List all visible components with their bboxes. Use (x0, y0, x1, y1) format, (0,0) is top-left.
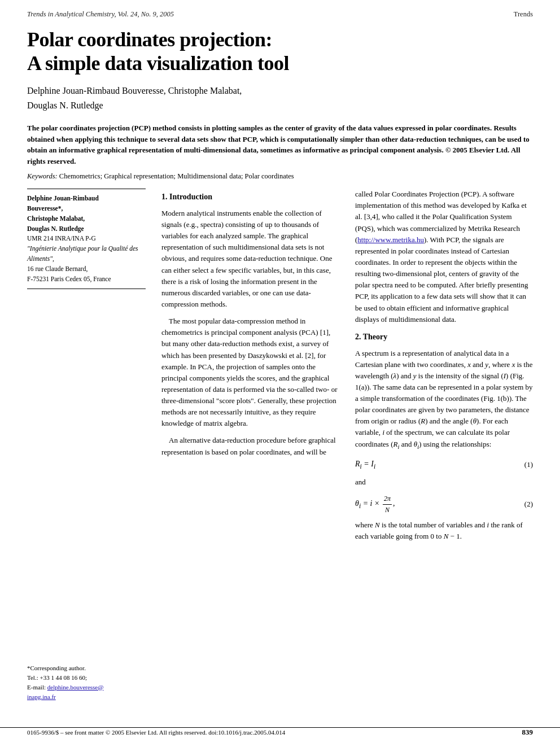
header-journal: Trends in Analytical Chemistry, Vol. 24,… (27, 10, 174, 19)
authors: Delphine Jouan-Rimbaud Bouveresse, Chris… (27, 84, 533, 112)
article-title: Polar coordinates projection:A simple da… (27, 28, 533, 76)
left-sidebar: Delphine Jouan-Rimbaud Bouveresse*, Chri… (27, 189, 146, 548)
sidebar-authors-box: Delphine Jouan-Rimbaud Bouveresse*, Chri… (27, 189, 146, 289)
abstract: The polar coordinates projection (PCP) m… (27, 123, 533, 167)
header-section: Trends (514, 10, 533, 19)
sidebar-dept: "Ingénierie Analytique pour la Qualité d… (27, 244, 146, 264)
intro-para-1: Modern analytical instruments enable the… (161, 208, 339, 310)
footnote-star: *Corresponding author. (27, 663, 137, 673)
sidebar-footnote: *Corresponding author. Tel.: +33 1 44 08… (27, 663, 137, 702)
sidebar-city: F-75231 Paris Cedex 05, France (27, 274, 146, 285)
theory-para-2: where N is the total number of variables… (355, 519, 533, 542)
footer-copyright: 0165-9936/$ – see front matter © 2005 El… (27, 729, 285, 736)
and-word-2: and (475, 521, 485, 529)
title-block: Polar coordinates projection:A simple da… (27, 28, 533, 112)
formula-1-number: (1) (516, 459, 533, 470)
footer-page-number: 839 (522, 728, 533, 737)
sidebar-name3: Douglas N. Rutledge (27, 224, 146, 234)
metrika-link[interactable]: http://www.metrika.hu (357, 235, 424, 244)
fraction-2pi-N: 2π N (383, 493, 392, 515)
footnote-tel: Tel.: +33 1 44 08 16 60; (27, 673, 137, 683)
sidebar-institution: UMR 214 INRA/INA P-G (27, 234, 146, 244)
intro-para-3: An alternative data-reduction procedure … (161, 435, 339, 457)
right-intro-cont: called Polar Coordinates Projection (PCP… (355, 189, 533, 325)
page-header: Trends in Analytical Chemistry, Vol. 24,… (0, 0, 560, 22)
formula-2-eq: θi = i × 2π N , (355, 493, 516, 515)
article-col-left: 1. Introduction Modern analytical instru… (161, 189, 339, 548)
theory-title: 2. Theory (355, 331, 533, 343)
article-col-right: called Polar Coordinates Projection (PCP… (355, 189, 533, 548)
sidebar-name1: Delphine Jouan-Rimbaud Bouveresse*, (27, 194, 146, 214)
intro-para-2: The most popular data-compression method… (161, 316, 339, 429)
formula-2-number: (2) (516, 499, 533, 510)
keywords-label: Keywords: (27, 172, 58, 180)
main-content: Polar coordinates projection:A simple da… (0, 22, 560, 548)
formula-2-block: θi = i × 2π N , (2) (355, 493, 533, 515)
and-text: and (355, 477, 533, 488)
page: Trends in Analytical Chemistry, Vol. 24,… (0, 0, 560, 747)
footnote-email: E-mail: delphine.bouveresse@inapg.ina.fr (27, 683, 137, 702)
page-footer: 0165-9936/$ – see front matter © 2005 El… (0, 727, 560, 737)
keywords: Keywords: Chemometrics; Graphical repres… (27, 172, 533, 181)
right-col: 1. Introduction Modern analytical instru… (161, 189, 533, 548)
sidebar-street: 16 rue Claude Bernard, (27, 264, 146, 274)
theory-para-1: A spectrum is a representation of analyt… (355, 348, 533, 452)
two-col-layout: Delphine Jouan-Rimbaud Bouveresse*, Chri… (27, 189, 533, 548)
keywords-values: Chemometrics; Graphical representation; … (59, 172, 294, 180)
formula-1-eq: Ri = Ii (355, 458, 516, 472)
sidebar-name2: Christophe Malabat, (27, 214, 146, 224)
intro-title: 1. Introduction (161, 191, 339, 203)
formula-1-block: Ri = Ii (1) (355, 458, 533, 472)
article-columns: 1. Introduction Modern analytical instru… (161, 189, 533, 548)
